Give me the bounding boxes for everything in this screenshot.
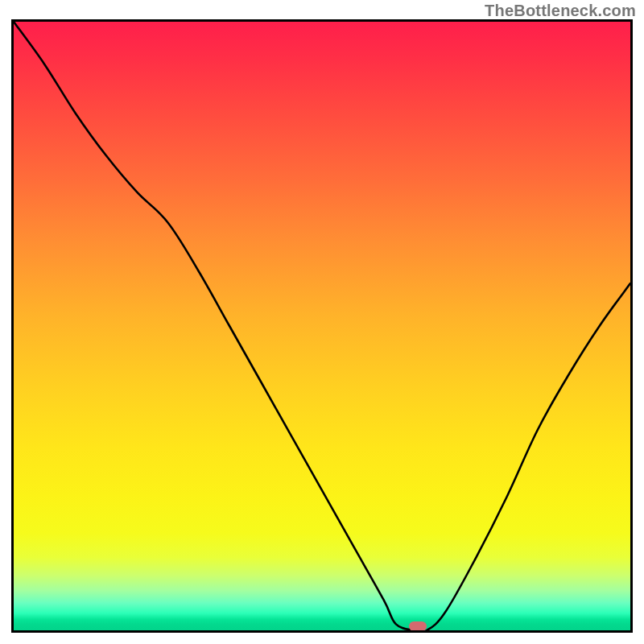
plot-area — [11, 19, 633, 633]
optimal-marker — [409, 621, 427, 631]
watermark-text: TheBottleneck.com — [485, 2, 636, 20]
chart-frame: TheBottleneck.com — [0, 0, 644, 644]
bottleneck-curve — [14, 22, 630, 630]
